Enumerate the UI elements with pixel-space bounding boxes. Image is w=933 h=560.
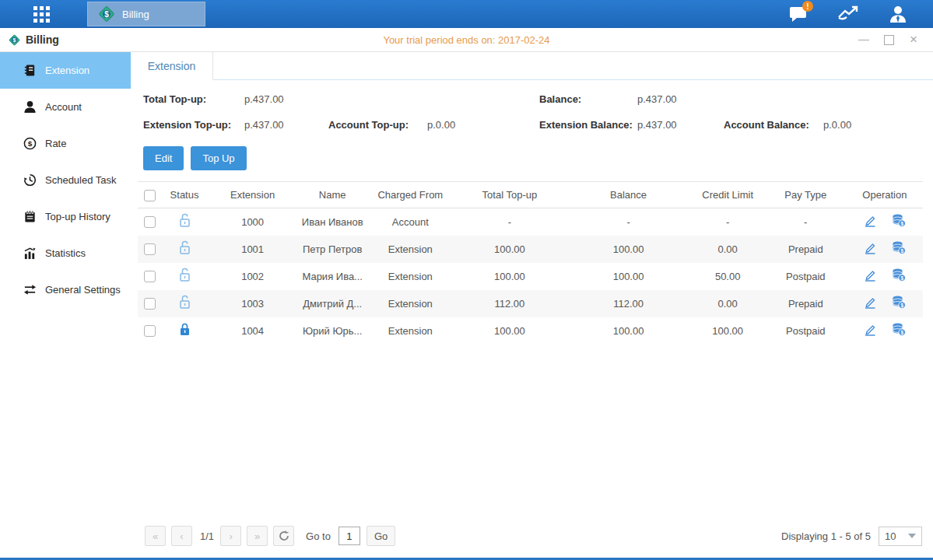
sidebar-item-topup-history[interactable]: Top-up History — [0, 198, 131, 235]
extension-balance-label: Extension Balance: — [539, 119, 637, 131]
table-row: 1004 Юрий Юрь... Extension 100.00 100.00… — [138, 317, 923, 345]
window-title-bar: Your trial period ends on: 2017-02-24 $ … — [0, 28, 933, 52]
window-controls: × — [858, 35, 933, 44]
person-icon — [23, 100, 37, 114]
edit-row-button[interactable] — [863, 296, 877, 312]
total-topup-label: Total Top-up: — [143, 93, 244, 105]
go-button[interactable]: Go — [367, 526, 395, 546]
refresh-button[interactable] — [273, 526, 294, 546]
top-up-row-button[interactable]: $ — [891, 240, 907, 257]
cell-total-topup: - — [453, 208, 566, 236]
sidebar-item-label: Rate — [45, 138, 66, 149]
select-all-checkbox[interactable] — [144, 190, 156, 201]
cell-credit-limit: 0.00 — [691, 236, 765, 263]
billing-dollar-icon: $ — [97, 5, 116, 23]
row-checkbox[interactable] — [144, 298, 156, 310]
page-indicator: 1/1 — [200, 530, 214, 542]
row-checkbox[interactable] — [144, 243, 156, 255]
billing-app-tab[interactable]: $ Billing — [87, 2, 205, 26]
topbar-right-icons: ! — [787, 0, 910, 28]
edit-row-button[interactable] — [863, 241, 877, 257]
row-checkbox[interactable] — [144, 216, 156, 228]
row-checkbox[interactable] — [144, 325, 156, 337]
coins-topup-icon: $ — [891, 213, 907, 228]
pagination-bar: « ‹ 1/1 › » Go to Go Displaying 1 - 5 of… — [131, 520, 933, 558]
goto-label: Go to — [306, 530, 331, 542]
cell-extension: 1001 — [208, 236, 297, 263]
goto-page-input[interactable] — [338, 527, 360, 545]
cell-balance: 100.00 — [566, 317, 690, 345]
sidebar-item-label: Statistics — [45, 247, 86, 259]
arrows-icon — [23, 283, 37, 296]
cell-name: Юрий Юрь... — [297, 317, 367, 345]
svg-text:$: $ — [900, 330, 903, 336]
cell-balance: 112.00 — [566, 290, 690, 317]
maximize-button[interactable] — [883, 35, 894, 44]
col-pay-type: Pay Type — [765, 182, 847, 208]
chart-bars-icon — [23, 247, 37, 260]
top-up-button[interactable]: Top Up — [191, 146, 246, 170]
svg-text:$: $ — [104, 10, 109, 19]
notifications-button[interactable]: ! — [787, 4, 810, 24]
cell-total-topup: 100.00 — [453, 317, 566, 345]
svg-text:$: $ — [28, 139, 33, 148]
next-page-button[interactable]: › — [220, 526, 241, 546]
billing-app-window: $ Billing ! Your trial period ends on: 2… — [0, 0, 933, 560]
statistics-monitor-button[interactable] — [837, 4, 860, 24]
status-unlocked-icon — [177, 240, 192, 255]
user-account-button[interactable] — [886, 4, 910, 24]
cell-pay-type: Postpaid — [765, 263, 847, 290]
sidebar-item-label: General Settings — [45, 284, 121, 296]
first-page-button[interactable]: « — [145, 526, 166, 546]
account-balance-value: p.0.00 — [823, 119, 933, 131]
pencil-icon — [863, 296, 877, 310]
tab-extension[interactable]: Extension — [131, 52, 213, 80]
edit-row-button[interactable] — [863, 268, 877, 285]
sidebar-item-account[interactable]: Account — [0, 89, 131, 125]
svg-text:$: $ — [13, 37, 16, 43]
page-size-select[interactable]: 10 — [879, 527, 922, 546]
window-title-group: $ Billing — [0, 33, 59, 47]
extension-table-body: 1000 Иван Иванов Account - - - - $ — [138, 208, 923, 345]
notepad-icon — [23, 210, 37, 223]
cell-total-topup: 112.00 — [453, 290, 566, 317]
sidebar-item-scheduled-task[interactable]: Scheduled Task — [0, 162, 131, 198]
edit-button[interactable]: Edit — [143, 146, 184, 170]
cell-extension: 1003 — [208, 290, 297, 317]
cell-credit-limit: 100.00 — [691, 317, 765, 345]
status-unlocked-icon — [177, 213, 192, 228]
edit-row-button[interactable] — [863, 214, 877, 230]
col-balance: Balance — [566, 182, 690, 208]
app-launcher-button[interactable] — [28, 0, 54, 28]
row-checkbox[interactable] — [144, 271, 156, 282]
last-page-button[interactable]: » — [247, 526, 268, 546]
close-button[interactable]: × — [908, 35, 919, 44]
refresh-icon — [279, 530, 289, 541]
top-up-row-button[interactable]: $ — [891, 268, 907, 285]
edit-row-button[interactable] — [863, 323, 877, 339]
cell-total-topup: 100.00 — [453, 263, 566, 290]
top-up-row-button[interactable]: $ — [891, 322, 907, 339]
total-topup-value: p.437.00 — [244, 93, 328, 105]
cell-balance: 100.00 — [566, 263, 690, 290]
sidebar-item-rate[interactable]: $ Rate — [0, 125, 131, 162]
cell-name: Петр Петров — [297, 236, 367, 263]
sidebar-item-general-settings[interactable]: General Settings — [0, 271, 131, 308]
sidebar-item-label: Account — [45, 101, 82, 113]
top-up-row-button[interactable]: $ — [891, 213, 907, 230]
sidebar-item-label: Top-up History — [45, 211, 110, 222]
cell-credit-limit: 0.00 — [691, 290, 765, 317]
sidebar-item-statistics[interactable]: Statistics — [0, 235, 131, 271]
ledger-icon — [23, 64, 37, 77]
prev-page-button[interactable]: ‹ — [171, 526, 192, 546]
cell-extension: 1000 — [208, 208, 297, 236]
top-up-row-button[interactable]: $ — [891, 295, 907, 312]
sidebar-item-extension[interactable]: Extension — [0, 52, 131, 89]
sidebar: Extension Account $ Rate Scheduled Task … — [0, 52, 131, 558]
line-chart-icon — [837, 5, 859, 23]
cell-charged-from: Extension — [367, 317, 453, 345]
minimize-button[interactable] — [858, 35, 869, 44]
table-row: 1002 Мария Ива... Extension 100.00 100.0… — [138, 263, 923, 290]
col-name: Name — [297, 182, 367, 208]
tab-strip: Extension — [131, 52, 933, 80]
